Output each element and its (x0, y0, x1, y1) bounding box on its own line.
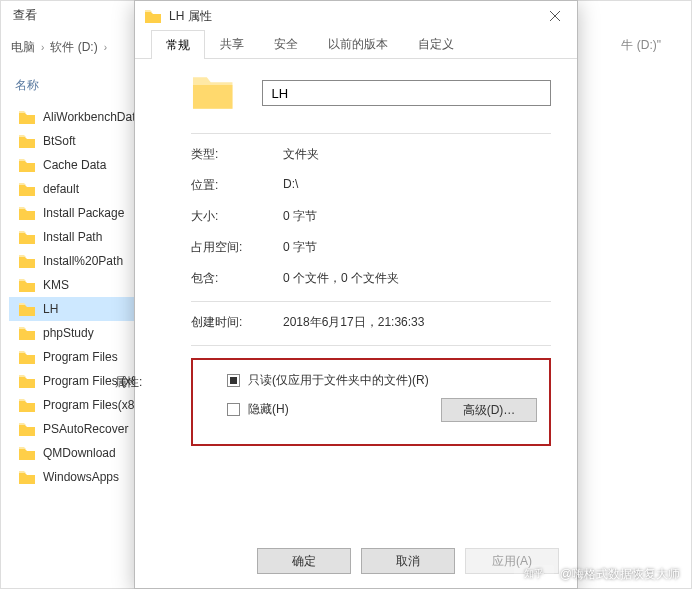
size-on-disk-value: 0 字节 (283, 239, 317, 256)
hidden-label: 隐藏(H) (248, 401, 289, 418)
titlebar: LH 属性 (135, 1, 577, 31)
folder-icon (19, 351, 35, 364)
created-label: 创建时间: (191, 314, 283, 331)
checkbox-empty-icon (227, 403, 240, 416)
size-on-disk-label: 占用空间: (191, 239, 283, 256)
folder-icon (19, 159, 35, 172)
folder-icon (19, 255, 35, 268)
folder-name-input[interactable] (262, 80, 551, 106)
breadcrumb-seg: 电脑 (11, 39, 35, 56)
contains-label: 包含: (191, 270, 283, 287)
folder-name: Install Path (43, 230, 102, 244)
folder-name: LH (43, 302, 58, 316)
folder-icon (19, 135, 35, 148)
folder-icon (19, 471, 35, 484)
breadcrumb-seg: 软件 (D:) (50, 39, 97, 56)
size-value: 0 字节 (283, 208, 317, 225)
folder-icon (19, 183, 35, 196)
properties-dialog: LH 属性 常规共享安全以前的版本自定义 类型:文件夹 位置:D:\ 大小:0 … (134, 0, 578, 589)
tab[interactable]: 安全 (259, 29, 313, 58)
folder-icon (19, 327, 35, 340)
folder-icon (19, 279, 35, 292)
divider (191, 133, 551, 134)
folder-name: Program Files(x86 (43, 398, 141, 412)
folder-name: Program Files (43, 350, 118, 364)
folder-icon (19, 111, 35, 124)
created-value: 2018年6月17日，21:36:33 (283, 314, 424, 331)
ok-button[interactable]: 确定 (257, 548, 351, 574)
location-label: 位置: (191, 177, 283, 194)
close-button[interactable] (533, 1, 577, 31)
column-header-name[interactable]: 名称 (15, 77, 39, 94)
folder-name: AliWorkbenchData (43, 110, 142, 124)
folder-name: PSAutoRecover (43, 422, 128, 436)
contains-value: 0 个文件，0 个文件夹 (283, 270, 399, 287)
folder-name: Install%20Path (43, 254, 123, 268)
tab[interactable]: 以前的版本 (313, 29, 403, 58)
chevron-right-icon: › (104, 42, 107, 53)
path-suffix: 牛 (D:)" (621, 37, 661, 54)
dialog-title: LH 属性 (169, 8, 212, 25)
folder-icon (19, 399, 35, 412)
folder-icon-large (191, 75, 234, 111)
size-label: 大小: (191, 208, 283, 225)
tab-bar: 常规共享安全以前的版本自定义 (135, 31, 577, 59)
folder-icon (19, 231, 35, 244)
folder-name: phpStudy (43, 326, 94, 340)
folder-name: Cache Data (43, 158, 106, 172)
type-value: 文件夹 (283, 146, 319, 163)
folder-icon (19, 303, 35, 316)
readonly-label: 只读(仅应用于文件夹中的文件)(R) (248, 372, 429, 389)
divider (191, 301, 551, 302)
dialog-button-row: 确定 取消 应用(A) (257, 548, 559, 574)
folder-icon (19, 375, 35, 388)
chevron-right-icon: › (41, 42, 44, 53)
folder-name: WindowsApps (43, 470, 119, 484)
view-menu[interactable]: 查看 (1, 1, 49, 29)
folder-name: Install Package (43, 206, 124, 220)
folder-icon (19, 423, 35, 436)
folder-icon (145, 10, 161, 23)
tab[interactable]: 自定义 (403, 29, 469, 58)
advanced-button[interactable]: 高级(D)… (441, 398, 537, 422)
folder-name: QMDownload (43, 446, 116, 460)
type-label: 类型: (191, 146, 283, 163)
general-tab-content: 类型:文件夹 位置:D:\ 大小:0 字节 占用空间:0 字节 包含:0 个文件… (135, 59, 577, 446)
folder-icon (19, 447, 35, 460)
location-value: D:\ (283, 177, 298, 194)
apply-button: 应用(A) (465, 548, 559, 574)
folder-icon (19, 207, 35, 220)
checkbox-indeterminate-icon (227, 374, 240, 387)
tab[interactable]: 共享 (205, 29, 259, 58)
folder-name: default (43, 182, 79, 196)
tab[interactable]: 常规 (151, 30, 205, 59)
readonly-checkbox-row[interactable]: 只读(仅应用于文件夹中的文件)(R) (227, 372, 535, 389)
attributes-section: 属性: 只读(仅应用于文件夹中的文件)(R) 隐藏(H) 高级(D)… (191, 358, 551, 446)
cancel-button[interactable]: 取消 (361, 548, 455, 574)
folder-name: BtSoft (43, 134, 76, 148)
divider (191, 345, 551, 346)
attributes-label: 属性: (115, 374, 142, 391)
folder-name: KMS (43, 278, 69, 292)
close-icon (550, 11, 560, 21)
